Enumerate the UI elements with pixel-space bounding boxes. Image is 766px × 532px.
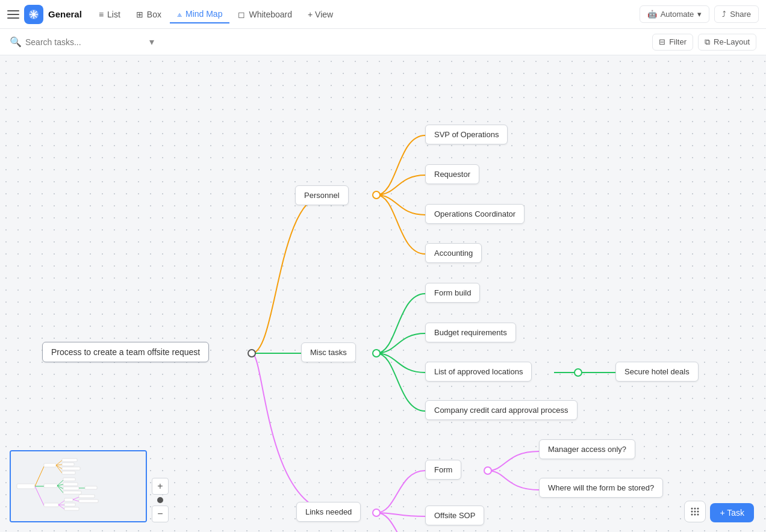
secure-hotel-node[interactable]: Secure hotel deals [615, 362, 699, 382]
zoom-controls: + − [152, 478, 169, 522]
automate-button[interactable]: 🤖 Automate ▾ [640, 5, 710, 23]
minimap [10, 450, 147, 522]
zoom-handle[interactable] [157, 497, 163, 503]
mindmap-icon: ⟁ [177, 9, 182, 19]
svg-rect-19 [63, 483, 78, 486]
svg-rect-13 [62, 471, 75, 474]
svg-rect-31 [79, 495, 95, 498]
filter-icon: ⊟ [659, 37, 665, 46]
filter-button[interactable]: ⊟ Filter [652, 34, 693, 51]
grid-icon [690, 506, 700, 517]
box-icon: ⊞ [136, 10, 143, 19]
share-icon: ⤴ [722, 10, 726, 19]
relayout-icon: ⧉ [705, 37, 710, 47]
svg-point-39 [694, 508, 696, 510]
search-bar: 🔍 ▾ ⊟ Filter ⧉ Re-Layout [0, 29, 766, 55]
zoom-out-button[interactable]: − [152, 506, 169, 522]
form-node[interactable]: Form [425, 460, 461, 480]
share-button[interactable]: ⤴ Share [714, 5, 759, 23]
budget-requirements-node[interactable]: Budget requirements [425, 323, 516, 342]
svg-rect-21 [63, 487, 79, 490]
whiteboard-icon: ◻ [238, 10, 245, 19]
svg-rect-3 [17, 484, 35, 489]
nav-tabs: ≡ List ⊞ Box ⟁ Mind Map ◻ Whiteboard + V… [92, 5, 340, 23]
svg-rect-27 [44, 503, 58, 507]
root-connector [248, 349, 256, 357]
personnel-connector [372, 191, 381, 199]
svg-point-44 [691, 514, 693, 516]
tab-box[interactable]: ⊞ Box [129, 6, 169, 23]
svg-point-46 [697, 514, 699, 516]
manager-access-node[interactable]: Manager access only? [539, 439, 635, 459]
svg-rect-7 [62, 459, 77, 462]
chevron-down-icon: ▾ [697, 10, 702, 19]
form-build-node[interactable]: Form build [425, 283, 480, 303]
svg-rect-15 [44, 484, 57, 487]
add-task-button[interactable]: + Task [710, 503, 754, 522]
credit-card-node[interactable]: Company credit card approval process [425, 400, 578, 420]
header-right: 🤖 Automate ▾ ⤴ Share [640, 5, 759, 23]
header: General ≡ List ⊞ Box ⟁ Mind Map ◻ Whiteb… [0, 0, 766, 29]
svg-point-1 [574, 369, 582, 376]
app-title: General [48, 9, 82, 19]
search-wrap[interactable]: 🔍 ▾ [10, 36, 647, 48]
approved-locations-node[interactable]: List of approved locations [425, 362, 532, 382]
misc-tasks-node[interactable]: Misc tasks [301, 342, 356, 362]
app-icon [24, 5, 43, 24]
svg-point-45 [694, 514, 696, 516]
svg-point-38 [691, 508, 693, 510]
svg-rect-25 [63, 491, 81, 494]
search-icon: 🔍 [10, 36, 22, 48]
form-stored-node[interactable]: Where will the form be stored? [539, 478, 663, 498]
hamburger-icon[interactable] [7, 8, 19, 20]
search-input[interactable] [25, 37, 146, 47]
svg-rect-9 [62, 463, 74, 466]
accounting-node[interactable]: Accounting [425, 243, 482, 263]
personnel-node[interactable]: Personnel [295, 185, 349, 205]
links-needed-node[interactable]: Links needed [296, 502, 361, 522]
svg-rect-11 [62, 467, 80, 470]
offsite-sop-node[interactable]: Offsite SOP [425, 506, 484, 525]
root-node[interactable]: Process to create a team offsite request [42, 342, 209, 362]
tab-add-view[interactable]: + View [300, 6, 340, 23]
svg-rect-35 [64, 503, 75, 506]
tab-list[interactable]: ≡ List [92, 6, 128, 23]
svg-rect-17 [63, 478, 75, 481]
svg-rect-37 [64, 507, 79, 510]
requestor-node[interactable]: Requestor [425, 164, 479, 184]
mindmap-canvas[interactable]: Process to create a team offsite request… [0, 55, 766, 532]
svg-rect-23 [85, 486, 97, 489]
automate-icon: 🤖 [647, 10, 657, 19]
svg-point-41 [691, 511, 693, 513]
svg-point-40 [697, 508, 699, 510]
relayout-button[interactable]: ⧉ Re-Layout [698, 34, 756, 51]
svg-rect-29 [64, 498, 73, 501]
svg-point-42 [694, 511, 696, 513]
tab-whiteboard[interactable]: ◻ Whiteboard [231, 6, 299, 23]
operations-coordinator-node[interactable]: Operations Coordinator [425, 204, 525, 224]
svg-rect-5 [44, 463, 56, 467]
svg-rect-33 [79, 500, 98, 503]
links-connector [372, 509, 381, 517]
minimap-svg [11, 451, 147, 522]
grid-button[interactable] [684, 501, 706, 522]
tab-mindmap[interactable]: ⟁ Mind Map [170, 5, 229, 23]
dropdown-icon: ▾ [149, 36, 154, 48]
svg-point-43 [697, 511, 699, 513]
zoom-in-button[interactable]: + [152, 478, 169, 495]
list-icon: ≡ [99, 10, 104, 19]
misc-connector [372, 349, 381, 357]
svp-operations-node[interactable]: SVP of Operations [425, 125, 508, 144]
form-connector [484, 466, 492, 475]
